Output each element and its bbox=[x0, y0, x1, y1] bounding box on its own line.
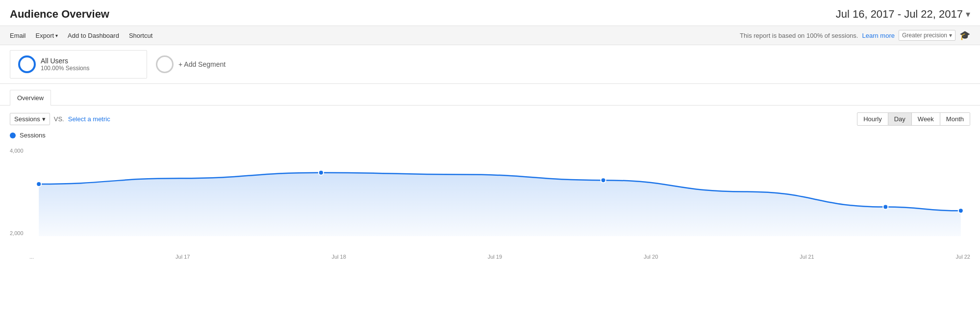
time-btn-week[interactable]: Week bbox=[912, 112, 940, 126]
time-btn-hourly[interactable]: Hourly bbox=[857, 112, 888, 126]
metric-label: Sessions bbox=[14, 115, 40, 123]
x-label-jul20: Jul 20 bbox=[644, 254, 658, 260]
metric-dropdown[interactable]: Sessions ▾ bbox=[10, 113, 50, 125]
y-label-2000: 2,000 bbox=[10, 230, 29, 236]
x-label-jul21: Jul 21 bbox=[800, 254, 814, 260]
report-info-text: This report is based on 100% of sessions… bbox=[740, 32, 858, 39]
hat-icon[interactable]: 🎓 bbox=[959, 30, 970, 41]
x-label-jul22: Jul 22 bbox=[956, 254, 970, 260]
overview-tab-bar: Overview bbox=[0, 84, 980, 106]
metric-selector: Sessions ▾ VS. Select a metric bbox=[10, 113, 110, 125]
svg-point-1 bbox=[319, 170, 324, 175]
legend-label: Sessions bbox=[20, 132, 46, 139]
toolbar-right: This report is based on 100% of sessions… bbox=[740, 30, 970, 41]
segments-bar: All Users 100.00% Sessions + Add Segment bbox=[0, 45, 980, 84]
header-bar: Audience Overview Jul 16, 2017 - Jul 22,… bbox=[0, 0, 980, 26]
toolbar-left: Email Export ▾ Add to Dashboard Shortcut bbox=[10, 32, 152, 39]
segment-name: All Users bbox=[41, 57, 89, 65]
metric-arrow: ▾ bbox=[42, 115, 46, 123]
learn-more-link[interactable]: Learn more bbox=[862, 32, 894, 39]
add-segment-label: + Add Segment bbox=[178, 60, 226, 68]
segment-text: All Users 100.00% Sessions bbox=[41, 57, 89, 72]
date-range-text: Jul 16, 2017 - Jul 22, 2017 bbox=[836, 8, 963, 21]
line-chart bbox=[29, 143, 970, 236]
segment-circle-active bbox=[18, 55, 36, 73]
x-axis: ... Jul 17 Jul 18 Jul 19 Jul 20 Jul 21 J… bbox=[10, 251, 970, 260]
date-range-chevron[interactable]: ▾ bbox=[966, 9, 970, 20]
overview-tab[interactable]: Overview bbox=[10, 90, 51, 106]
svg-point-3 bbox=[883, 205, 888, 210]
precision-dropdown[interactable]: Greater precision ▾ bbox=[899, 30, 955, 41]
shortcut-button[interactable]: Shortcut bbox=[129, 32, 152, 39]
add-segment-button[interactable]: + Add Segment bbox=[148, 50, 233, 79]
export-button[interactable]: Export ▾ bbox=[36, 32, 58, 39]
precision-arrow: ▾ bbox=[949, 32, 952, 39]
toolbar: Email Export ▾ Add to Dashboard Shortcut… bbox=[0, 26, 980, 45]
add-dashboard-button[interactable]: Add to Dashboard bbox=[68, 32, 119, 39]
segment-sessions: 100.00% Sessions bbox=[41, 65, 89, 72]
active-segment[interactable]: All Users 100.00% Sessions bbox=[10, 50, 147, 79]
export-arrow: ▾ bbox=[55, 33, 58, 38]
svg-point-2 bbox=[601, 178, 606, 183]
chart-container: 4,000 2,000 bbox=[10, 143, 970, 251]
x-label-jul17: Jul 17 bbox=[176, 254, 190, 260]
page-title: Audience Overview bbox=[10, 8, 109, 21]
svg-point-4 bbox=[958, 208, 963, 213]
time-buttons: Hourly Day Week Month bbox=[857, 112, 970, 126]
legend-dot bbox=[10, 133, 16, 138]
x-label-dots: ... bbox=[29, 254, 34, 260]
time-btn-day[interactable]: Day bbox=[888, 112, 912, 126]
date-range[interactable]: Jul 16, 2017 - Jul 22, 2017 ▾ bbox=[836, 8, 970, 21]
precision-label: Greater precision bbox=[902, 32, 947, 39]
email-button[interactable]: Email bbox=[10, 32, 26, 39]
select-metric-link[interactable]: Select a metric bbox=[68, 115, 110, 123]
svg-point-0 bbox=[36, 182, 41, 187]
chart-controls: Sessions ▾ VS. Select a metric Hourly Da… bbox=[0, 106, 980, 130]
x-label-jul18: Jul 18 bbox=[331, 254, 346, 260]
chart-area: 4,000 2,000 ... Jul 17 Jul 18 Jul 19 Jul… bbox=[0, 143, 980, 260]
x-label-jul19: Jul 19 bbox=[488, 254, 502, 260]
vs-label: VS. bbox=[54, 115, 64, 123]
segment-circle-inactive bbox=[156, 55, 174, 73]
chart-legend: Sessions bbox=[0, 130, 980, 143]
y-label-4000: 4,000 bbox=[10, 148, 29, 154]
time-btn-month[interactable]: Month bbox=[940, 112, 970, 126]
